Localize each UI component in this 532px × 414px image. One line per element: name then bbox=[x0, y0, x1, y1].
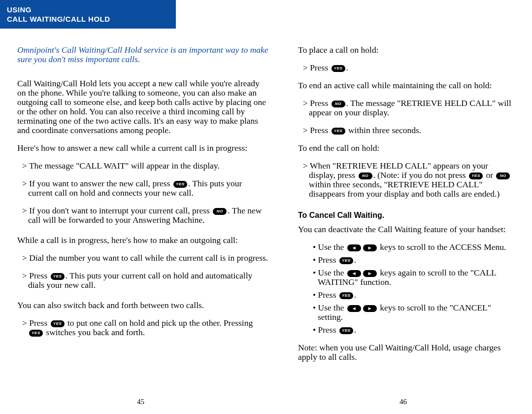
para-overview: Call Waiting/Call Hold lets you accept a… bbox=[17, 79, 268, 135]
yes-key-icon: YES bbox=[339, 257, 353, 264]
end-active-heading: To end an active call while maintaining … bbox=[298, 81, 515, 90]
step-switch: > Press YES to put one call on hold and … bbox=[17, 318, 268, 337]
place-hold-heading: To place a call on hold: bbox=[298, 45, 515, 55]
step-call-wait: > The message "CALL WAIT" will appear in… bbox=[17, 161, 268, 171]
cancel-heading: To Cancel Call Waiting. bbox=[298, 210, 515, 220]
header-line2: CALL WAITING/CALL HOLD bbox=[7, 14, 169, 24]
left-arrow-key-icon: ◄ bbox=[347, 305, 361, 312]
yes-key-icon: YES bbox=[51, 273, 65, 280]
para-answer-heading: Here's how to answer a new call while a … bbox=[17, 143, 268, 153]
yes-key-icon: YES bbox=[339, 327, 353, 334]
step-dial: > Dial the number you want to call while… bbox=[17, 253, 268, 263]
step-answer-yes: > If you want to answer the new call, pr… bbox=[17, 179, 268, 198]
yes-key-icon: YES bbox=[469, 172, 483, 179]
step-retrieve-yes: > Press YES within three seconds. bbox=[298, 126, 515, 135]
header-line1: USING bbox=[7, 5, 169, 14]
cancel-step-1: • Use the ◄► keys to scroll to the ACCES… bbox=[298, 242, 515, 252]
cancel-step-4: • Press YES. bbox=[298, 290, 515, 300]
left-column: Call Waiting/Call Hold lets you accept a… bbox=[17, 79, 268, 345]
cancel-step-5: • Use the ◄► keys to scroll to the "CANC… bbox=[298, 303, 515, 322]
yes-key-icon: YES bbox=[173, 181, 187, 188]
yes-key-icon: YES bbox=[332, 65, 345, 72]
step-press-yes-dial: > Press YES. This puts your current call… bbox=[17, 271, 268, 290]
no-key-icon: NO bbox=[359, 172, 372, 179]
no-key-icon: NO bbox=[332, 101, 345, 107]
right-arrow-key-icon: ► bbox=[363, 270, 377, 277]
para-outgoing-heading: While a call is in progress, here's how … bbox=[17, 236, 268, 245]
right-arrow-key-icon: ► bbox=[363, 244, 377, 251]
section-header: USING CALL WAITING/CALL HOLD bbox=[0, 0, 176, 29]
document-spread: USING CALL WAITING/CALL HOLD Omnipoint's… bbox=[0, 0, 532, 414]
yes-key-icon: YES bbox=[332, 128, 345, 135]
yes-key-icon: YES bbox=[29, 330, 43, 337]
no-key-icon: NO bbox=[496, 172, 510, 179]
right-arrow-key-icon: ► bbox=[363, 305, 377, 312]
right-column: To place a call on hold: > Press YES. To… bbox=[298, 45, 515, 370]
left-arrow-key-icon: ◄ bbox=[347, 270, 361, 277]
cancel-intro: You can deactivate the Call Waiting feat… bbox=[298, 225, 515, 234]
no-key-icon: NO bbox=[213, 208, 227, 215]
cancel-step-3: • Use the ◄► keys again to scroll to the… bbox=[298, 268, 515, 287]
end-hold-heading: To end the call on hold: bbox=[298, 143, 515, 153]
yes-key-icon: YES bbox=[51, 320, 65, 327]
step-end-hold: > When "RETRIEVE HELD CALL" appears on y… bbox=[298, 161, 515, 199]
cancel-step-2: • Press YES. bbox=[298, 255, 515, 265]
para-switch-heading: You can also switch back and forth betwe… bbox=[17, 301, 268, 310]
step-end-active-no: > Press NO. The message "RETRIEVE HELD C… bbox=[298, 99, 515, 117]
cancel-step-6: • Press YES. bbox=[298, 325, 515, 335]
intro-text: Omnipoint's Call Waiting/Call Hold servi… bbox=[17, 45, 268, 64]
page-number-right: 46 bbox=[399, 398, 407, 406]
usage-note: Note: when you use Call Waiting/Call Hol… bbox=[298, 343, 515, 362]
yes-key-icon: YES bbox=[339, 292, 353, 299]
step-place-hold: > Press YES. bbox=[298, 63, 515, 72]
page-number-left: 45 bbox=[137, 398, 144, 406]
step-decline-no: > If you don't want to interrupt your cu… bbox=[17, 206, 268, 225]
left-arrow-key-icon: ◄ bbox=[347, 244, 361, 251]
